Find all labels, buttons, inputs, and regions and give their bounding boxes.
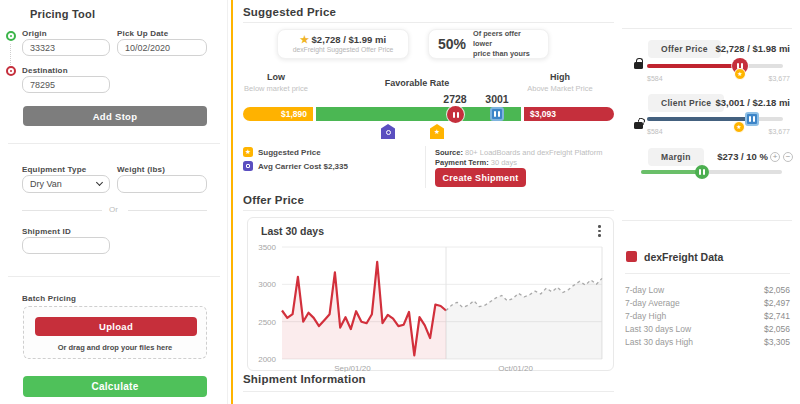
svg-text:Sep/01/20: Sep/01/20 [334, 364, 371, 372]
divider [8, 276, 220, 277]
divider [622, 28, 792, 29]
divider [243, 22, 614, 23]
client-price-value: $3,001 / $2.18 mi [716, 97, 790, 108]
offer-price-chip: Offer Price [648, 40, 721, 58]
weight-input[interactable] [117, 175, 207, 193]
or-label: Or [109, 205, 118, 214]
data-row-value: $2,056 [764, 285, 790, 295]
offer-price-bar-marker[interactable] [447, 106, 464, 123]
margin-slider-fill [641, 170, 702, 174]
peers-text-line1: Of peers offer lower [473, 29, 539, 49]
offer-price-heading: Offer Price [243, 194, 304, 206]
divider [625, 273, 790, 274]
suggested-marker-icon: ★ [734, 68, 746, 80]
client-price-slider-handle[interactable] [745, 112, 759, 126]
chevron-down-icon [96, 179, 103, 186]
payment-term-label: Payment Term: [435, 158, 489, 167]
panel-accent-divider [231, 0, 233, 404]
equipment-type-label: Equipment Type [22, 165, 86, 174]
divider [8, 143, 220, 144]
client-marker-value: 3001 [477, 93, 517, 105]
data-row-label: 7-day High [625, 311, 666, 321]
chart-menu-icon[interactable] [598, 225, 601, 239]
dexfreight-data-icon [626, 251, 637, 262]
lock-open-icon[interactable] [634, 122, 643, 129]
equipment-type-select[interactable]: Dry Van [22, 175, 110, 193]
range-low-caption: Below market price [243, 84, 309, 93]
offer-price-chart-card: Last 30 days 2000250030003500Sep/01/20Oc… [247, 217, 614, 371]
divider [22, 210, 102, 211]
legend-avg-carrier-cost: Avg Carrier Cost $2,335 [258, 162, 348, 171]
add-stop-button[interactable]: Add Stop [23, 106, 207, 126]
data-row-value: $2,741 [764, 311, 790, 321]
data-row-value: $2,056 [764, 324, 790, 334]
rate-bar-low-segment: $1,890 [243, 107, 313, 121]
svg-text:Oct/01/20: Oct/01/20 [498, 364, 533, 372]
peers-text-line2: price than yours [473, 49, 539, 59]
rate-bar-low-value: $1,890 [281, 109, 307, 119]
upload-button[interactable]: Upload [35, 317, 197, 336]
offer-price-value: $2,728 / $1.98 mi [716, 43, 790, 54]
batch-pricing-label: Batch Pricing [22, 294, 76, 303]
upload-dropzone[interactable]: Upload Or drag and drop your files here [23, 306, 207, 359]
chart-title: Last 30 days [261, 225, 324, 237]
suggested-price-value: $2,728 / $1.99 mi [312, 34, 386, 45]
shipment-id-label: Shipment ID [22, 227, 71, 236]
destination-input[interactable] [22, 76, 110, 93]
dexfreight-data-title: dexFreight Data [644, 251, 723, 263]
main-content: Suggested Price ★ $2,728 / $1.99 mi dexF… [243, 0, 614, 404]
data-row-label: Last 30 days High [625, 337, 693, 347]
svg-text:2000: 2000 [258, 355, 276, 364]
pricing-tool-panel: Pricing Tool Origin Pick Up Date Destina… [0, 0, 228, 404]
calculate-button[interactable]: Calculate [23, 376, 207, 397]
shipment-information-heading: Shipment Information [243, 373, 366, 385]
suggested-marker-icon: ★ [733, 121, 745, 133]
origin-icon [6, 31, 16, 41]
margin-slider-handle[interactable] [695, 165, 709, 179]
data-row-value: $3,305 [764, 337, 790, 347]
suggested-price-card: ★ $2,728 / $1.99 mi dexFreight Suggested… [277, 29, 409, 59]
shipment-id-input[interactable] [22, 237, 110, 254]
peers-percent: 50% [438, 36, 466, 52]
suggested-price-legend-icon: ★ [243, 147, 253, 157]
client-slider-max: $3,677 [769, 128, 790, 135]
pickup-date-label: Pick Up Date [117, 29, 168, 38]
offer-slider-min: $584 [647, 75, 663, 82]
legend-suggested-price: Suggested Price [258, 148, 321, 157]
svg-text:3500: 3500 [258, 243, 276, 252]
star-icon: ★ [300, 34, 309, 45]
data-row-label: 7-day Low [625, 285, 664, 295]
svg-text:2500: 2500 [258, 318, 276, 327]
data-row-value: $2,497 [764, 298, 790, 308]
weight-label: Weight (lbs) [117, 165, 165, 174]
source-label: Source: [435, 148, 463, 157]
equipment-type-value: Dry Van [30, 179, 62, 189]
divider [128, 210, 207, 211]
client-price-bar-marker[interactable] [490, 107, 504, 121]
divider [243, 210, 614, 211]
range-low-label: Low [243, 72, 309, 82]
range-high-caption: Above Market Price [520, 84, 600, 93]
suggested-price-caption: dexFreight Suggested Offer Price [278, 46, 408, 53]
pickup-date-input[interactable] [117, 39, 207, 56]
avg-carrier-cost-pin-icon [381, 124, 395, 139]
margin-value: $273 / 10 % [717, 151, 768, 162]
origin-input[interactable] [22, 39, 110, 56]
range-mid-label: Favorable Rate [372, 78, 462, 88]
avg-carrier-legend-icon [243, 161, 253, 171]
origin-label: Origin [22, 29, 47, 38]
range-high-label: High [530, 72, 590, 82]
lock-closed-icon[interactable] [634, 62, 643, 69]
margin-increase-button[interactable]: + [770, 152, 780, 162]
create-shipment-button[interactable]: Create Shipment [435, 168, 526, 187]
upload-hint: Or drag and drop your files here [24, 343, 206, 352]
data-row-label: 7-day Average [625, 298, 680, 308]
suggested-price-heading: Suggested Price [243, 6, 336, 18]
rate-bar-high-value: $3,093 [530, 109, 556, 119]
divider [243, 391, 614, 392]
divider [425, 146, 426, 188]
rate-bar-high-segment: $3,093 [524, 107, 614, 121]
offer-price-chart: 2000250030003500Sep/01/20Oct/01/20 [248, 238, 615, 372]
margin-decrease-button[interactable]: − [783, 152, 793, 162]
divider [622, 220, 792, 221]
